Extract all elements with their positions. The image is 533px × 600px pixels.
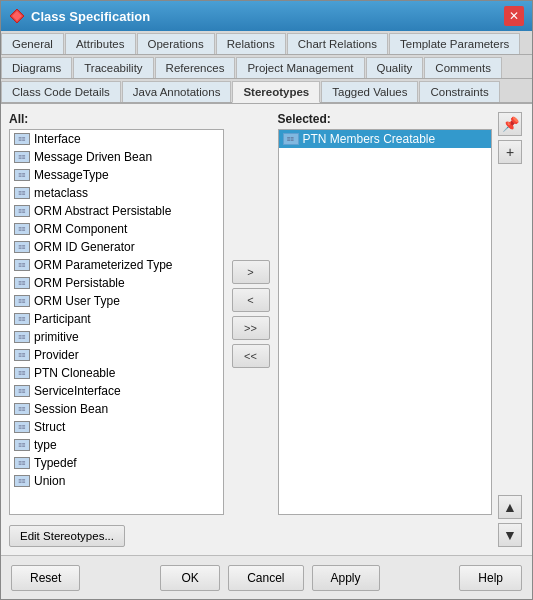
content-area: All: ≡≡Interface≡≡Message Driven Bean≡≡M… — [1, 104, 532, 555]
tabs-container: General Attributes Operations Relations … — [1, 31, 532, 104]
list-item[interactable]: ≡≡Union — [10, 472, 223, 490]
item-label: metaclass — [34, 186, 88, 200]
list-item[interactable]: ≡≡Provider — [10, 346, 223, 364]
tab-java-annotations[interactable]: Java Annotations — [122, 81, 232, 102]
help-button[interactable]: Help — [459, 565, 522, 591]
list-item[interactable]: ≡≡Message Driven Bean — [10, 148, 223, 166]
selected-item-label: PTN Members Creatable — [303, 132, 436, 146]
add-all-button[interactable]: >> — [232, 316, 270, 340]
item-label: primitive — [34, 330, 79, 344]
list-item[interactable]: ≡≡ORM Component — [10, 220, 223, 238]
item-label: Provider — [34, 348, 79, 362]
middle-buttons: > < >> << — [228, 112, 274, 515]
item-label: ORM Component — [34, 222, 127, 236]
selected-list-box[interactable]: ≡≡PTN Members Creatable — [278, 129, 493, 515]
tab-traceability[interactable]: Traceability — [73, 57, 153, 78]
tab-row-1: General Attributes Operations Relations … — [1, 31, 532, 55]
tab-attributes[interactable]: Attributes — [65, 33, 136, 54]
close-button[interactable]: ✕ — [504, 6, 524, 26]
footer-right: Help — [459, 565, 522, 591]
edit-stereotypes-button[interactable]: Edit Stereotypes... — [9, 525, 125, 547]
remove-button[interactable]: < — [232, 288, 270, 312]
reset-button[interactable]: Reset — [11, 565, 80, 591]
list-item[interactable]: ≡≡PTN Cloneable — [10, 364, 223, 382]
list-item[interactable]: ≡≡ORM Parameterized Type — [10, 256, 223, 274]
stereotype-icon: ≡≡ — [14, 277, 30, 289]
tab-references[interactable]: References — [155, 57, 236, 78]
main-panel: All: ≡≡Interface≡≡Message Driven Bean≡≡M… — [9, 112, 492, 547]
item-label: Interface — [34, 132, 81, 146]
tab-row-2: Diagrams Traceability References Project… — [1, 55, 532, 79]
item-label: ORM Parameterized Type — [34, 258, 173, 272]
tab-project-management[interactable]: Project Management — [236, 57, 364, 78]
item-label: MessageType — [34, 168, 109, 182]
title-bar: Class Specification ✕ — [1, 1, 532, 31]
list-item[interactable]: ≡≡metaclass — [10, 184, 223, 202]
item-label: ORM User Type — [34, 294, 120, 308]
up-button[interactable]: ▲ — [498, 495, 522, 519]
stereotype-icon: ≡≡ — [283, 133, 299, 145]
tab-relations[interactable]: Relations — [216, 33, 286, 54]
stereotype-icon: ≡≡ — [14, 367, 30, 379]
tab-class-code-details[interactable]: Class Code Details — [1, 81, 121, 102]
item-label: PTN Cloneable — [34, 366, 115, 380]
list-item[interactable]: ≡≡MessageType — [10, 166, 223, 184]
list-item[interactable]: ≡≡Struct — [10, 418, 223, 436]
down-button[interactable]: ▼ — [498, 523, 522, 547]
item-label: ORM Abstract Persistable — [34, 204, 171, 218]
tab-stereotypes[interactable]: Stereotypes — [232, 81, 320, 103]
footer-center: OK Cancel Apply — [160, 565, 379, 591]
item-label: type — [34, 438, 57, 452]
tab-row-3: Class Code Details Java Annotations Ster… — [1, 79, 532, 103]
selected-list-item[interactable]: ≡≡PTN Members Creatable — [279, 130, 492, 148]
stereotype-icon: ≡≡ — [14, 187, 30, 199]
all-list-section: All: ≡≡Interface≡≡Message Driven Bean≡≡M… — [9, 112, 224, 515]
stereotype-icon: ≡≡ — [14, 421, 30, 433]
item-label: Participant — [34, 312, 91, 326]
tab-quality[interactable]: Quality — [366, 57, 424, 78]
item-label: Session Bean — [34, 402, 108, 416]
window-title: Class Specification — [31, 9, 150, 24]
tab-comments[interactable]: Comments — [424, 57, 502, 78]
pin-button[interactable]: 📌 — [498, 112, 522, 136]
stereotype-icon: ≡≡ — [14, 223, 30, 235]
tab-tagged-values[interactable]: Tagged Values — [321, 81, 418, 102]
list-item[interactable]: ≡≡primitive — [10, 328, 223, 346]
tab-diagrams[interactable]: Diagrams — [1, 57, 72, 78]
stereotype-icon: ≡≡ — [14, 457, 30, 469]
item-label: Union — [34, 474, 65, 488]
add-button[interactable]: > — [232, 260, 270, 284]
list-item[interactable]: ≡≡Session Bean — [10, 400, 223, 418]
all-list-label: All: — [9, 112, 224, 126]
item-label: Message Driven Bean — [34, 150, 152, 164]
all-list-box[interactable]: ≡≡Interface≡≡Message Driven Bean≡≡Messag… — [9, 129, 224, 515]
list-item[interactable]: ≡≡ORM User Type — [10, 292, 223, 310]
list-item[interactable]: ≡≡ORM ID Generator — [10, 238, 223, 256]
item-label: ServiceInterface — [34, 384, 121, 398]
tab-chart-relations[interactable]: Chart Relations — [287, 33, 388, 54]
add-side-button[interactable]: + — [498, 140, 522, 164]
apply-button[interactable]: Apply — [312, 565, 380, 591]
footer: Reset OK Cancel Apply Help — [1, 555, 532, 599]
tab-constraints[interactable]: Constraints — [419, 81, 499, 102]
list-item[interactable]: ≡≡ORM Persistable — [10, 274, 223, 292]
selected-list-label: Selected: — [278, 112, 493, 126]
tab-general[interactable]: General — [1, 33, 64, 54]
stereotype-icon: ≡≡ — [14, 385, 30, 397]
stereotype-icon: ≡≡ — [14, 259, 30, 271]
tab-operations[interactable]: Operations — [137, 33, 215, 54]
footer-left: Reset — [11, 565, 80, 591]
ok-button[interactable]: OK — [160, 565, 220, 591]
list-item[interactable]: ≡≡Participant — [10, 310, 223, 328]
list-item[interactable]: ≡≡Interface — [10, 130, 223, 148]
stereotype-icon: ≡≡ — [14, 133, 30, 145]
stereotype-icon: ≡≡ — [14, 403, 30, 415]
tab-template-parameters[interactable]: Template Parameters — [389, 33, 520, 54]
app-icon — [9, 8, 25, 24]
cancel-button[interactable]: Cancel — [228, 565, 303, 591]
remove-all-button[interactable]: << — [232, 344, 270, 368]
list-item[interactable]: ≡≡ServiceInterface — [10, 382, 223, 400]
list-item[interactable]: ≡≡type — [10, 436, 223, 454]
list-item[interactable]: ≡≡Typedef — [10, 454, 223, 472]
list-item[interactable]: ≡≡ORM Abstract Persistable — [10, 202, 223, 220]
